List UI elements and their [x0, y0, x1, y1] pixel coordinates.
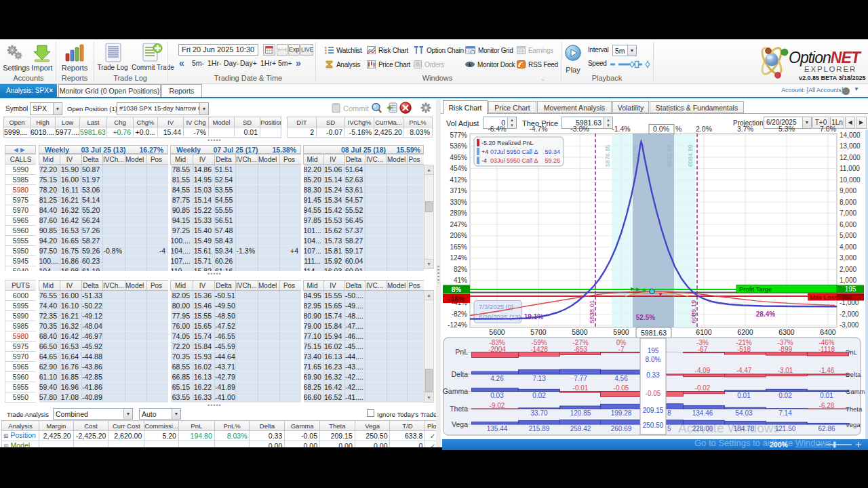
svg-text:+4: +4	[481, 148, 488, 155]
svg-text:-9.02: -9.02	[490, 402, 505, 409]
svg-text:6300: 6300	[778, 328, 795, 336]
svg-text:0.33: 0.33	[646, 371, 660, 379]
svg-text:54.03: 54.03	[735, 409, 752, 417]
svg-text:206%: 206%	[450, 232, 467, 239]
svg-text:195: 195	[845, 285, 856, 293]
svg-text:5900: 5900	[613, 328, 629, 336]
svg-text:4.26: 4.26	[490, 375, 504, 382]
svg-text:PnL: PnL	[455, 348, 468, 356]
svg-text:59.26: 59.26	[545, 157, 560, 164]
svg-text:-4.7%: -4.7%	[529, 125, 547, 133]
svg-text:52.5%: 52.5%	[636, 314, 655, 321]
svg-text:41%: 41%	[454, 277, 467, 284]
svg-text:2,000: 2,000	[840, 266, 856, 273]
svg-text:-16%: -16%	[448, 296, 464, 303]
svg-text:5600: 5600	[489, 328, 505, 336]
svg-text:-3,000: -3,000	[840, 321, 859, 329]
svg-text:-2004: -2004	[488, 346, 506, 353]
svg-text:7.13: 7.13	[532, 375, 546, 382]
svg-text:-6.28: -6.28	[819, 402, 835, 409]
svg-text:12,000: 12,000	[840, 154, 861, 161]
svg-text:-5.20 Realized PnL: -5.20 Realized PnL	[481, 140, 534, 146]
svg-text:5,000: 5,000	[840, 232, 856, 239]
svg-text:5: 5	[667, 425, 671, 432]
svg-text:247%: 247%	[450, 221, 467, 228]
svg-text:199.28: 199.28	[611, 409, 632, 417]
svg-text:-82%: -82%	[452, 310, 467, 318]
svg-text:-0.05: -0.05	[646, 390, 661, 397]
svg-text:6200: 6200	[737, 328, 753, 336]
svg-text:577%: 577%	[450, 131, 467, 139]
svg-text:Max Loss -384: Max Loss -384	[810, 293, 852, 301]
svg-text:0.03: 0.03	[490, 392, 504, 399]
svg-text:0.01: 0.01	[820, 392, 833, 399]
svg-text:-2,000: -2,000	[840, 310, 859, 318]
svg-text:3.7%: 3.7%	[737, 125, 753, 133]
svg-text:0.02: 0.02	[532, 392, 546, 399]
svg-text:1,000: 1,000	[840, 277, 856, 284]
svg-text:5.3%: 5.3%	[778, 125, 795, 133]
svg-text:-4: -4	[481, 157, 487, 164]
svg-text:5981.63: 5981.63	[641, 329, 667, 337]
svg-text:6100: 6100	[696, 328, 712, 336]
svg-text:-1428: -1428	[530, 346, 548, 353]
svg-text:59.34: 59.34	[545, 148, 560, 155]
svg-text:6089.19: 6089.19	[690, 300, 697, 323]
svg-text:3,000: 3,000	[840, 254, 856, 262]
svg-text:195: 195	[648, 347, 659, 354]
svg-text:82%: 82%	[454, 266, 467, 273]
svg-text:8: 8	[667, 409, 671, 417]
svg-text:124%: 124%	[450, 254, 467, 262]
svg-text:-67: -67	[698, 346, 708, 353]
svg-text:289%: 289%	[450, 209, 467, 217]
svg-text:03Jul 5950 Call Δ: 03Jul 5950 Call Δ	[490, 157, 538, 164]
svg-text:0.02: 0.02	[778, 392, 792, 399]
svg-text:-6.4%: -6.4%	[488, 125, 506, 133]
svg-text:-1.46: -1.46	[819, 367, 835, 374]
svg-text:259.42: 259.42	[570, 425, 591, 432]
svg-text:371%: 371%	[450, 187, 467, 195]
svg-text:7.0%: 7.0%	[820, 125, 836, 133]
svg-text:6032.68: 6032.68	[666, 144, 673, 167]
svg-text:135.44: 135.44	[487, 425, 508, 432]
svg-text:-0.05: -0.05	[614, 384, 629, 392]
svg-text:412%: 412%	[450, 176, 467, 184]
svg-text:8,000: 8,000	[840, 199, 856, 206]
svg-text:Vega: Vega	[452, 420, 468, 428]
svg-text:6400: 6400	[820, 328, 836, 336]
svg-text:0.0%: 0.0%	[653, 125, 669, 133]
svg-text:10,000: 10,000	[840, 176, 861, 184]
svg-text:9,000: 9,000	[840, 187, 856, 195]
svg-text:7.14: 7.14	[778, 409, 792, 417]
svg-text:Delta: Delta	[451, 370, 468, 378]
svg-text:-4.09: -4.09	[695, 367, 711, 374]
svg-text:Profit Targe: Profit Targe	[739, 285, 772, 293]
svg-text:-1.4%: -1.4%	[612, 125, 630, 133]
svg-text:Theta: Theta	[450, 405, 468, 413]
svg-text:-0.01: -0.01	[573, 384, 589, 392]
svg-text:-124%: -124%	[448, 321, 467, 329]
svg-text:8.0%: 8.0%	[646, 356, 661, 363]
svg-text:%: %	[675, 125, 682, 133]
svg-text:-653: -653	[574, 346, 587, 353]
svg-text:5838.01: 5838.01	[588, 300, 595, 323]
svg-text:5700: 5700	[530, 328, 547, 336]
svg-text:7.77: 7.77	[574, 375, 587, 382]
svg-text:495%: 495%	[450, 154, 467, 161]
svg-text:11,000: 11,000	[840, 165, 860, 172]
svg-text:14,000: 14,000	[840, 131, 861, 139]
svg-text:-518: -518	[737, 346, 751, 353]
svg-text:6084.89: 6084.89	[687, 144, 694, 167]
svg-text:330%: 330%	[450, 199, 467, 206]
svg-text:134.46: 134.46	[692, 409, 713, 417]
svg-text:-899: -899	[778, 346, 792, 353]
svg-text:28.4%: 28.4%	[756, 310, 775, 318]
svg-text:6,000: 6,000	[840, 221, 856, 228]
svg-text:215.89: 215.89	[529, 425, 550, 432]
svg-text:165%: 165%	[450, 243, 467, 251]
svg-text:2.0%: 2.0%	[696, 125, 712, 133]
svg-text:07Jul 5950 Call Δ: 07Jul 5950 Call Δ	[490, 148, 538, 155]
svg-text:62.86: 62.86	[818, 425, 835, 432]
svg-text:-7: -7	[618, 346, 625, 353]
svg-text:454%: 454%	[450, 165, 467, 172]
